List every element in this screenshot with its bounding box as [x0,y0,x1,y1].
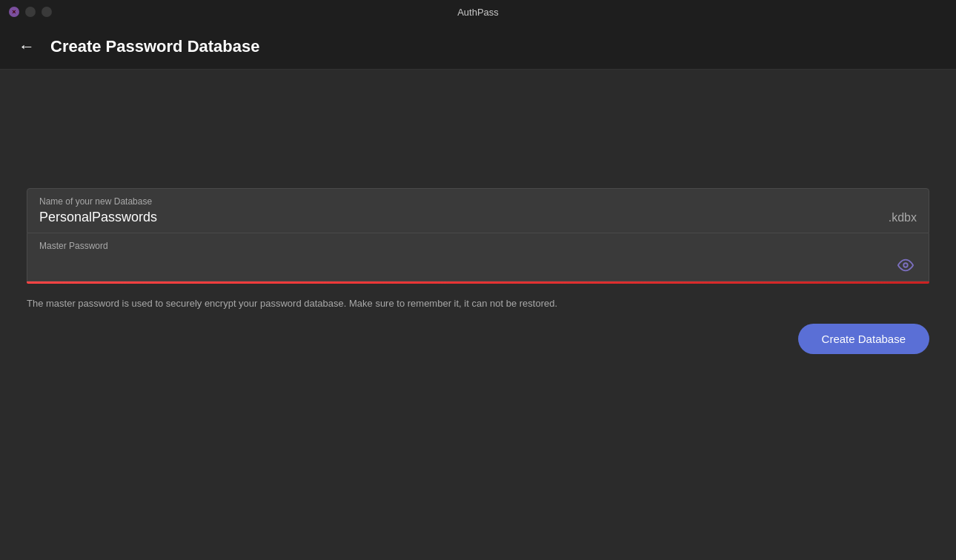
svg-point-0 [903,263,908,267]
password-error-indicator [27,281,929,284]
master-password-field: Master Password [27,233,929,281]
create-database-button[interactable]: Create Database [798,324,929,354]
helper-text: The master password is used to securely … [27,297,929,310]
eye-icon [897,257,914,273]
form-section: Name of your new Database .kdbx Master P… [27,188,929,354]
database-name-field: Name of your new Database .kdbx [27,188,929,233]
master-password-label: Master Password [39,241,917,251]
button-row: Create Database [27,324,929,354]
minimize-button[interactable] [25,7,36,17]
close-icon: × [12,8,16,16]
database-name-label: Name of your new Database [39,196,917,207]
database-name-input[interactable] [39,210,883,225]
main-content: Name of your new Database .kdbx Master P… [0,70,956,560]
back-button[interactable]: ← [15,35,39,59]
top-spacer [27,70,929,188]
app-title: AuthPass [457,7,499,18]
close-button[interactable]: × [9,7,19,17]
toggle-password-visibility-button[interactable] [894,254,917,276]
database-suffix: .kdbx [889,211,917,224]
password-input-row [39,254,917,276]
bottom-spacer [27,354,929,560]
window-controls: × [9,7,52,17]
page-header: ← Create Password Database [0,24,956,70]
back-arrow-icon: ← [19,37,35,56]
title-bar: × AuthPass [0,0,956,24]
maximize-button[interactable] [42,7,52,17]
database-name-input-row: .kdbx [39,210,917,225]
master-password-input[interactable] [39,255,894,276]
page-title: Create Password Database [50,37,259,56]
